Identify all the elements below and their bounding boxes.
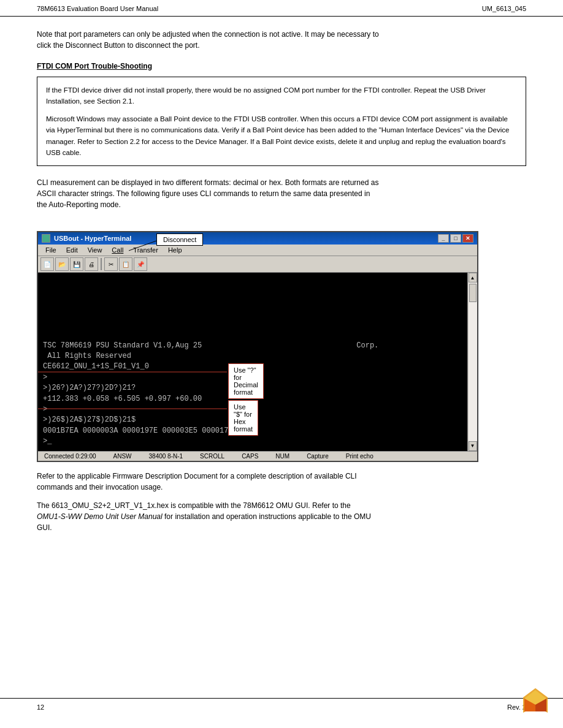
toolbar-new[interactable]: 📄 [40, 257, 54, 271]
decimal-callout-box: Use "?" for Decimal format [228, 363, 264, 399]
scrollbar[interactable]: ▲ ▼ [467, 273, 477, 450]
logo-area [520, 685, 557, 722]
terminal-line-1 [43, 276, 462, 287]
scroll-up-button[interactable]: ▲ [469, 273, 477, 282]
page-footer: 12 Rev. 2 [0, 698, 563, 716]
menu-view[interactable]: View [83, 246, 107, 254]
hyper-terminal-window[interactable]: USBout - HyperTerminal _ □ ✕ File Edit V… [37, 231, 478, 461]
terminal-line-3 [43, 298, 462, 308]
window-icon [42, 234, 50, 243]
menu-file[interactable]: File [40, 246, 61, 254]
terminal-content-area: TSC 78M6619 PSU Standard V1.0,Aug 25 Cor… [38, 273, 477, 450]
toolbar-sep1 [101, 258, 102, 270]
status-num: NUM [273, 453, 292, 460]
page-content: Note that port parameters can only be ad… [0, 17, 563, 565]
menu-call[interactable]: Call [107, 246, 128, 254]
terminal-line-4 [43, 309, 462, 319]
disconnect-label: Disconnect [156, 233, 203, 246]
scrollbar-thumb[interactable] [469, 284, 477, 302]
cli-description: CLI measurement can be displayed in two … [37, 177, 526, 210]
footer-page-number: 12 [37, 703, 44, 711]
company-logo [520, 685, 551, 716]
status-print-echo: Print echo [343, 453, 376, 460]
window-title: USBout - HyperTerminal [54, 235, 131, 242]
hex-callout-box: Use "$" for Hex format [228, 400, 258, 436]
status-answ: ANSW [111, 453, 134, 460]
terminal-line-rights: All Rights Reserved [43, 351, 462, 362]
hyper-menubar: File Edit View Call Transfer Help [38, 245, 477, 256]
disconnect-callout: Disconnect [156, 233, 203, 246]
ftdi-heading: FTDI COM Port Trouble-Shooting [37, 62, 526, 70]
toolbar-paste[interactable]: 📌 [134, 257, 147, 271]
refer-text-1: Refer to the applicable Firmware Descrip… [37, 471, 526, 493]
toolbar-cut[interactable]: ✂ [104, 257, 118, 271]
note-paragraph: Note that port parameters can only be ad… [37, 29, 526, 51]
status-baud: 38400 8-N-1 [147, 453, 186, 460]
omu-manual-italic: OMU1-S-WW Demo Unit User Manual [37, 512, 163, 521]
header-doc-id: UM_6613_045 [482, 5, 526, 12]
scroll-down-button[interactable]: ▼ [469, 441, 477, 451]
status-capture: Capture [304, 453, 331, 460]
decimal-callout-text: Use "?" for Decimal format [234, 366, 258, 396]
status-connected: Connected 0:29:00 [42, 453, 99, 460]
page-header: 78M6613 Evaluation Board User Manual UM_… [0, 0, 563, 17]
ftdi-p2: Microsoft Windows may associate a Ball P… [46, 113, 517, 159]
toolbar-save[interactable]: 💾 [70, 257, 83, 271]
hex-callout-text: Use "$" for Hex format [234, 403, 253, 433]
page: 78M6613 Evaluation Board User Manual UM_… [0, 0, 563, 728]
titlebar-left: USBout - HyperTerminal [42, 234, 131, 243]
hyper-statusbar: Connected 0:29:00 ANSW 38400 8-N-1 SCROL… [38, 451, 477, 461]
terminal-line-5 [43, 319, 462, 330]
toolbar-open[interactable]: 📂 [55, 257, 69, 271]
menu-transfer[interactable]: Transfer [128, 246, 163, 254]
terminal-section: Disconnect USBout - HyperTerminal _ □ [37, 231, 526, 461]
terminal-line-6 [43, 330, 462, 340]
menu-edit[interactable]: Edit [61, 246, 83, 254]
ftdi-p1: If the FTDI device driver did not instal… [46, 85, 517, 107]
minimize-button[interactable]: _ [438, 234, 449, 243]
hyper-toolbar: 📄 📂 💾 🖨 ✂ 📋 📌 [38, 256, 477, 273]
maximize-button[interactable]: □ [450, 234, 461, 243]
toolbar-copy[interactable]: 📋 [119, 257, 132, 271]
status-scroll: SCROLL [197, 453, 227, 460]
close-button[interactable]: ✕ [462, 234, 473, 243]
header-title: 78M6613 Evaluation Board User Manual [37, 5, 158, 12]
terminal-line-cursor: >_ [43, 436, 462, 447]
terminal-line-2 [43, 287, 462, 298]
refer-text-2: The 6613_OMU_S2+2_URT_V1_1x.hex is compa… [37, 500, 526, 533]
menu-help[interactable]: Help [163, 246, 187, 254]
ftdi-info-box: If the FTDI device driver did not instal… [37, 77, 526, 166]
terminal-line-tsc: TSC 78M6619 PSU Standard V1.0,Aug 25 Cor… [43, 341, 462, 351]
hyper-titlebar: USBout - HyperTerminal _ □ ✕ [38, 232, 477, 245]
toolbar-print[interactable]: 🖨 [85, 257, 98, 271]
scrollbar-track [469, 282, 477, 441]
status-caps: CAPS [239, 453, 261, 460]
titlebar-controls[interactable]: _ □ ✕ [438, 234, 473, 243]
